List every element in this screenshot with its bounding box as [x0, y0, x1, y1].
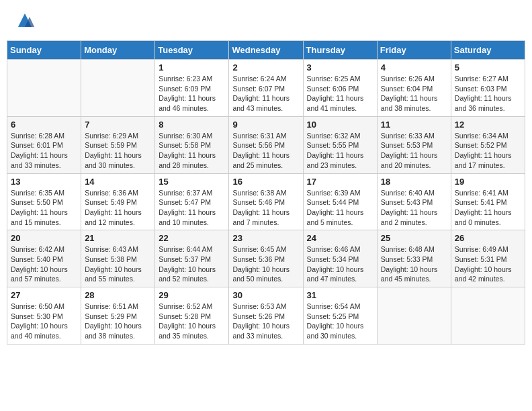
day-info: Sunrise: 6:29 AMSunset: 5:59 PMDaylight:…: [85, 131, 151, 171]
day-info: Sunrise: 6:40 AMSunset: 5:43 PMDaylight:…: [381, 188, 447, 228]
day-info: Sunrise: 6:43 AMSunset: 5:38 PMDaylight:…: [85, 244, 151, 284]
day-info: Sunrise: 6:32 AMSunset: 5:55 PMDaylight:…: [307, 131, 373, 171]
calendar-day-cell: 11Sunrise: 6:33 AMSunset: 5:53 PMDayligh…: [377, 116, 451, 173]
day-number: 14: [85, 177, 151, 187]
day-info: Sunrise: 6:34 AMSunset: 5:52 PMDaylight:…: [455, 131, 521, 171]
calendar-day-cell: [377, 287, 451, 345]
calendar-day-cell: [451, 287, 525, 345]
day-number: 7: [85, 120, 151, 130]
calendar-day-cell: 10Sunrise: 6:32 AMSunset: 5:55 PMDayligh…: [303, 116, 377, 173]
logo: [13, 10, 35, 30]
day-info: Sunrise: 6:42 AMSunset: 5:40 PMDaylight:…: [11, 244, 77, 284]
calendar-day-cell: 27Sunrise: 6:50 AMSunset: 5:30 PMDayligh…: [7, 287, 81, 345]
calendar-week-row: 27Sunrise: 6:50 AMSunset: 5:30 PMDayligh…: [7, 287, 525, 345]
day-number: 24: [307, 233, 373, 243]
calendar-day-cell: 18Sunrise: 6:40 AMSunset: 5:43 PMDayligh…: [377, 173, 451, 230]
calendar-day-cell: 13Sunrise: 6:35 AMSunset: 5:50 PMDayligh…: [7, 173, 81, 230]
calendar-day-cell: 14Sunrise: 6:36 AMSunset: 5:49 PMDayligh…: [81, 173, 155, 230]
calendar-day-cell: 8Sunrise: 6:30 AMSunset: 5:58 PMDaylight…: [155, 116, 229, 173]
day-number: 12: [455, 120, 521, 130]
day-number: 31: [307, 290, 373, 300]
day-info: Sunrise: 6:41 AMSunset: 5:41 PMDaylight:…: [455, 188, 521, 228]
day-number: 23: [232, 233, 299, 243]
calendar-day-cell: 16Sunrise: 6:38 AMSunset: 5:46 PMDayligh…: [229, 173, 303, 230]
day-number: 2: [232, 62, 299, 73]
calendar-day-cell: 28Sunrise: 6:51 AMSunset: 5:29 PMDayligh…: [81, 287, 155, 345]
day-info: Sunrise: 6:30 AMSunset: 5:58 PMDaylight:…: [159, 131, 225, 171]
day-info: Sunrise: 6:37 AMSunset: 5:47 PMDaylight:…: [159, 188, 225, 228]
day-number: 19: [455, 177, 521, 187]
calendar-day-cell: 23Sunrise: 6:45 AMSunset: 5:36 PMDayligh…: [229, 230, 303, 287]
day-number: 4: [381, 62, 447, 73]
day-number: 11: [381, 120, 447, 130]
day-number: 28: [85, 290, 151, 300]
day-number: 8: [159, 120, 225, 130]
calendar-day-cell: 31Sunrise: 6:54 AMSunset: 5:25 PMDayligh…: [303, 287, 377, 345]
day-number: 9: [232, 120, 299, 130]
day-info: Sunrise: 6:51 AMSunset: 5:29 PMDaylight:…: [85, 302, 151, 341]
day-number: 5: [455, 62, 521, 73]
calendar-day-cell: 5Sunrise: 6:27 AMSunset: 6:03 PMDaylight…: [451, 60, 525, 117]
day-info: Sunrise: 6:49 AMSunset: 5:31 PMDaylight:…: [455, 244, 521, 284]
day-info: Sunrise: 6:45 AMSunset: 5:36 PMDaylight:…: [232, 244, 299, 284]
day-info: Sunrise: 6:28 AMSunset: 6:01 PMDaylight:…: [11, 131, 77, 171]
day-number: 29: [159, 290, 225, 300]
calendar-day-cell: 6Sunrise: 6:28 AMSunset: 6:01 PMDaylight…: [7, 116, 81, 173]
day-number: 22: [159, 233, 225, 243]
calendar-day-cell: 7Sunrise: 6:29 AMSunset: 5:59 PMDaylight…: [81, 116, 155, 173]
calendar-day-cell: 15Sunrise: 6:37 AMSunset: 5:47 PMDayligh…: [155, 173, 229, 230]
day-info: Sunrise: 6:38 AMSunset: 5:46 PMDaylight:…: [232, 188, 299, 228]
weekday-header: Saturday: [451, 41, 525, 60]
calendar-day-cell: 26Sunrise: 6:49 AMSunset: 5:31 PMDayligh…: [451, 230, 525, 287]
day-number: 10: [307, 120, 373, 130]
day-number: 15: [159, 177, 225, 187]
calendar-header-row: SundayMondayTuesdayWednesdayThursdayFrid…: [7, 41, 525, 60]
day-info: Sunrise: 6:50 AMSunset: 5:30 PMDaylight:…: [11, 302, 77, 341]
calendar-day-cell: 1Sunrise: 6:23 AMSunset: 6:09 PMDaylight…: [155, 60, 229, 117]
day-number: 3: [307, 62, 373, 73]
day-number: 26: [455, 233, 521, 243]
calendar-day-cell: 12Sunrise: 6:34 AMSunset: 5:52 PMDayligh…: [451, 116, 525, 173]
day-number: 21: [85, 233, 151, 243]
day-info: Sunrise: 6:48 AMSunset: 5:33 PMDaylight:…: [381, 244, 447, 284]
day-number: 13: [11, 177, 77, 187]
day-number: 27: [11, 290, 77, 300]
calendar-day-cell: [81, 60, 155, 117]
day-info: Sunrise: 6:44 AMSunset: 5:37 PMDaylight:…: [159, 244, 225, 284]
day-info: Sunrise: 6:31 AMSunset: 5:56 PMDaylight:…: [232, 131, 299, 171]
weekday-header: Wednesday: [229, 41, 303, 60]
calendar-week-row: 13Sunrise: 6:35 AMSunset: 5:50 PMDayligh…: [7, 173, 525, 230]
weekday-header: Thursday: [303, 41, 377, 60]
calendar-day-cell: 24Sunrise: 6:46 AMSunset: 5:34 PMDayligh…: [303, 230, 377, 287]
day-info: Sunrise: 6:35 AMSunset: 5:50 PMDaylight:…: [11, 188, 77, 228]
day-number: 25: [381, 233, 447, 243]
day-info: Sunrise: 6:26 AMSunset: 6:04 PMDaylight:…: [381, 74, 447, 113]
calendar-day-cell: 21Sunrise: 6:43 AMSunset: 5:38 PMDayligh…: [81, 230, 155, 287]
calendar-day-cell: 29Sunrise: 6:52 AMSunset: 5:28 PMDayligh…: [155, 287, 229, 345]
calendar-day-cell: 4Sunrise: 6:26 AMSunset: 6:04 PMDaylight…: [377, 60, 451, 117]
day-info: Sunrise: 6:54 AMSunset: 5:25 PMDaylight:…: [307, 302, 373, 341]
logo-icon: [15, 10, 35, 30]
calendar-table: SundayMondayTuesdayWednesdayThursdayFrid…: [7, 40, 525, 345]
weekday-header: Monday: [81, 41, 155, 60]
page-header: [7, 7, 525, 34]
day-info: Sunrise: 6:25 AMSunset: 6:06 PMDaylight:…: [307, 74, 373, 113]
day-number: 1: [159, 62, 225, 73]
calendar-day-cell: 17Sunrise: 6:39 AMSunset: 5:44 PMDayligh…: [303, 173, 377, 230]
calendar-week-row: 20Sunrise: 6:42 AMSunset: 5:40 PMDayligh…: [7, 230, 525, 287]
calendar-day-cell: 19Sunrise: 6:41 AMSunset: 5:41 PMDayligh…: [451, 173, 525, 230]
day-number: 6: [11, 120, 77, 130]
day-info: Sunrise: 6:52 AMSunset: 5:28 PMDaylight:…: [159, 302, 225, 341]
weekday-header: Sunday: [7, 41, 81, 60]
day-number: 18: [381, 177, 447, 187]
day-info: Sunrise: 6:39 AMSunset: 5:44 PMDaylight:…: [307, 188, 373, 228]
calendar-day-cell: 2Sunrise: 6:24 AMSunset: 6:07 PMDaylight…: [229, 60, 303, 117]
calendar-day-cell: 30Sunrise: 6:53 AMSunset: 5:26 PMDayligh…: [229, 287, 303, 345]
day-number: 16: [232, 177, 299, 187]
day-number: 30: [232, 290, 299, 300]
day-info: Sunrise: 6:46 AMSunset: 5:34 PMDaylight:…: [307, 244, 373, 284]
day-number: 20: [11, 233, 77, 243]
calendar-day-cell: [7, 60, 81, 117]
day-info: Sunrise: 6:36 AMSunset: 5:49 PMDaylight:…: [85, 188, 151, 228]
calendar-week-row: 6Sunrise: 6:28 AMSunset: 6:01 PMDaylight…: [7, 116, 525, 173]
